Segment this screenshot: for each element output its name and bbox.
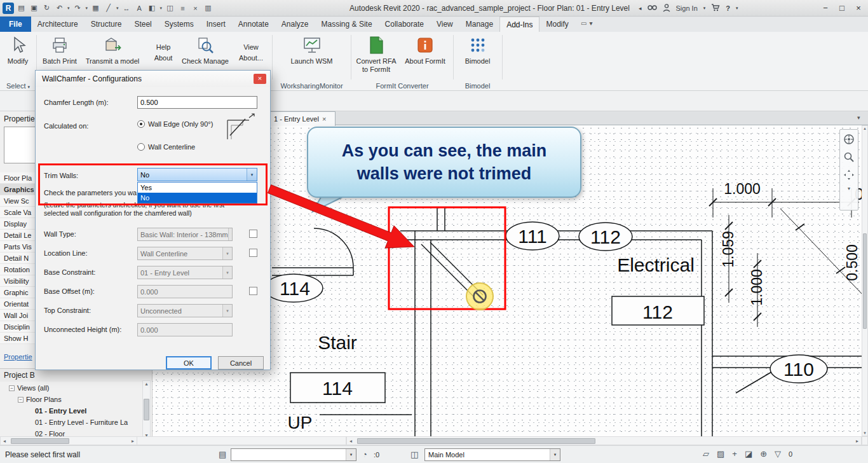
measure-icon[interactable]: ╱ bbox=[103, 3, 114, 13]
view-about-button[interactable]: View About... bbox=[233, 42, 269, 64]
browser-item[interactable]: 02 - Floor bbox=[0, 428, 141, 436]
combo-arrow-icon[interactable]: ▾ bbox=[550, 449, 560, 460]
navigation-wheel-icon[interactable] bbox=[842, 132, 856, 146]
design-option-select[interactable]: Main Model ▾ bbox=[424, 448, 560, 461]
room-box-114[interactable]: 114 bbox=[322, 378, 353, 399]
canvas-vscrollbar[interactable]: ▴ ▾ bbox=[862, 125, 868, 436]
measure-caret-icon[interactable]: ▾ bbox=[116, 6, 119, 11]
combo-arrow-icon[interactable]: ▾ bbox=[247, 169, 257, 181]
ribbon-tab-structure[interactable]: Structure bbox=[85, 17, 128, 32]
ribbon-tab-systems[interactable]: Systems bbox=[158, 17, 200, 32]
scroll-thumb[interactable] bbox=[357, 438, 595, 444]
batch-print-button[interactable]: Batch Print bbox=[39, 35, 80, 66]
ribbon-tab-view[interactable]: View bbox=[430, 17, 459, 32]
param-control[interactable]: Unconnected▾ bbox=[137, 304, 233, 317]
room-tag-114[interactable]: 114 bbox=[280, 278, 310, 299]
drag-on-selection-icon[interactable]: ⊕ bbox=[760, 449, 767, 459]
check-manage-button[interactable]: Check Manage bbox=[179, 35, 231, 66]
worksets-icon[interactable]: ▤ bbox=[219, 450, 226, 459]
ribbon-tab-insert[interactable]: Insert bbox=[200, 17, 232, 32]
scroll-right-icon[interactable]: ▸ bbox=[853, 438, 861, 444]
scroll-left-icon[interactable]: ◂ bbox=[1, 438, 8, 444]
filter-icon[interactable]: ▽ bbox=[775, 449, 781, 459]
tree-expander-icon[interactable]: − bbox=[18, 397, 24, 403]
close-hidden-icon[interactable]: × bbox=[190, 3, 201, 13]
param-control[interactable]: 01 - Entry Level▾ bbox=[137, 266, 233, 279]
redo-icon[interactable]: ↷ bbox=[72, 3, 83, 13]
properties-help-link[interactable]: Propertie bbox=[4, 353, 32, 361]
ribbon-cycle-caret-icon[interactable]: ▾ bbox=[589, 20, 592, 27]
help-icon[interactable]: ? bbox=[726, 4, 730, 12]
help-about-button[interactable]: Help About bbox=[149, 42, 178, 64]
pan-icon[interactable] bbox=[842, 168, 856, 182]
convert-rfa-button[interactable]: Convert RFA to FormIt bbox=[355, 35, 397, 74]
dropdown-option-no[interactable]: No bbox=[138, 193, 257, 203]
tree-expander-icon[interactable]: − bbox=[9, 385, 15, 391]
view-tabs-menu-icon[interactable]: ▾ bbox=[857, 114, 860, 121]
select-links-icon[interactable]: ▱ bbox=[703, 449, 709, 459]
ribbon-tab-add-ins[interactable]: Add-Ins bbox=[499, 17, 539, 32]
launch-wsm-button[interactable]: Launch WSM bbox=[288, 35, 336, 66]
bimodel-button[interactable]: Bimodel bbox=[460, 35, 495, 66]
search-icon[interactable] bbox=[648, 4, 657, 13]
panel-label-bimodel[interactable]: Bimodel bbox=[454, 82, 501, 90]
ribbon-tab-massing-site[interactable]: Massing & Site bbox=[315, 17, 379, 32]
ribbon-tab-manage[interactable]: Manage bbox=[459, 17, 499, 32]
minimize-button[interactable]: − bbox=[817, 0, 834, 16]
user-icon[interactable] bbox=[663, 4, 670, 13]
param-control[interactable]: Basic Wall: Interior - 138mm▾ bbox=[137, 228, 233, 241]
zoom-icon[interactable] bbox=[842, 150, 856, 164]
navbar-more-icon[interactable]: ▾ bbox=[848, 186, 850, 191]
thin-lines-icon[interactable]: ≡ bbox=[177, 3, 188, 13]
collapse-arrow-icon[interactable]: ◂ bbox=[639, 5, 642, 11]
undo-icon[interactable]: ↶ bbox=[54, 3, 65, 13]
scroll-right-icon[interactable]: ▸ bbox=[129, 438, 137, 444]
room-name-stair[interactable]: Stair bbox=[318, 332, 357, 353]
scroll-up-icon[interactable]: ▴ bbox=[864, 126, 866, 131]
sync-icon[interactable]: ↻ bbox=[41, 3, 52, 13]
switch-windows-icon[interactable]: ▥ bbox=[203, 3, 214, 13]
ok-button[interactable]: OK bbox=[166, 356, 212, 370]
view-tab-close-icon[interactable]: × bbox=[322, 115, 326, 123]
section-icon[interactable]: ◫ bbox=[165, 3, 175, 13]
panel-label-select[interactable]: Select ▾ bbox=[0, 82, 36, 90]
scroll-down-icon[interactable]: ▾ bbox=[864, 431, 866, 436]
dim-1000-side[interactable]: 1.000 bbox=[749, 269, 765, 306]
text-icon[interactable]: A bbox=[134, 3, 145, 13]
ribbon-cycle-icon[interactable]: ▭ bbox=[581, 20, 587, 27]
design-options-icon[interactable]: ◫ bbox=[410, 450, 418, 459]
redo-caret-icon[interactable]: ▾ bbox=[86, 6, 88, 11]
active-workset-select[interactable]: ▾ bbox=[231, 448, 356, 461]
app-store-icon[interactable] bbox=[711, 4, 720, 13]
save-icon[interactable]: ▣ bbox=[29, 3, 39, 13]
browser-item[interactable]: −Floor Plans bbox=[0, 394, 141, 405]
ribbon-tab-architecture[interactable]: Architecture bbox=[31, 17, 85, 32]
ribbon-tab-analyze[interactable]: Analyze bbox=[275, 17, 315, 32]
about-formit-button[interactable]: About FormIt bbox=[400, 35, 451, 66]
editable-only-icon[interactable]: ◔ bbox=[362, 450, 367, 459]
room-box-112[interactable]: 112 bbox=[642, 301, 673, 322]
stair-up-label[interactable]: UP bbox=[288, 413, 313, 432]
ribbon-tab-file[interactable]: File bbox=[0, 17, 31, 32]
room-tag-110[interactable]: 110 bbox=[783, 359, 814, 380]
browser-vscrollbar[interactable]: ▴ ▾ bbox=[142, 380, 151, 436]
undo-caret-icon[interactable]: ▾ bbox=[67, 6, 70, 11]
select-pinned-icon[interactable]: + bbox=[732, 449, 737, 459]
scroll-thumb[interactable] bbox=[11, 438, 69, 444]
3d-view-icon[interactable]: ◧ bbox=[147, 3, 158, 13]
canvas-hscrollbar[interactable]: ◂ ▸ bbox=[346, 436, 862, 445]
ribbon-tab-collaborate[interactable]: Collaborate bbox=[379, 17, 430, 32]
browser-item[interactable]: 01 - Entry Level - Furniture La bbox=[0, 417, 141, 428]
browser-hscrollbar[interactable]: ◂ ▸ bbox=[0, 436, 137, 445]
dimension-icon[interactable]: ↔ bbox=[121, 3, 132, 13]
open-icon[interactable]: ▤ bbox=[16, 3, 27, 13]
browser-item[interactable]: −Views (all) bbox=[0, 382, 141, 394]
dim-1059[interactable]: 1.059 bbox=[720, 231, 736, 268]
ribbon-tab-modify[interactable]: Modify bbox=[539, 17, 574, 32]
revit-icon[interactable]: R bbox=[3, 3, 14, 14]
browser-item[interactable]: 01 - Entry Level bbox=[0, 405, 141, 417]
sign-in-label[interactable]: Sign In bbox=[676, 4, 698, 12]
scroll-up-icon[interactable]: ▴ bbox=[145, 381, 147, 387]
room-name-electrical[interactable]: Electrical bbox=[617, 254, 695, 275]
dropdown-option-yes[interactable]: Yes bbox=[138, 183, 257, 193]
